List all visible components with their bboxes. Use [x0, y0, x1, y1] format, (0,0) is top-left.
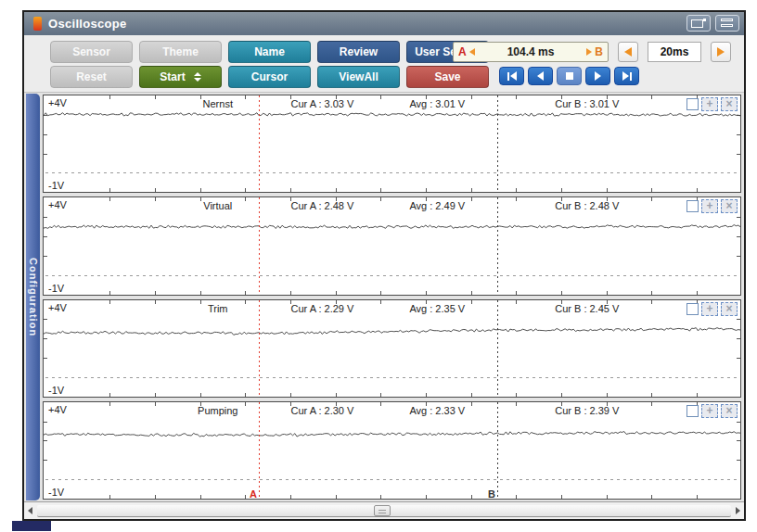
scope-area: Configuration +4V -1V Nernst Cur A : 3.0…	[24, 93, 744, 501]
cursor-a-line[interactable]	[259, 197, 260, 294]
channel-name: Trim	[208, 303, 228, 314]
channel-panel-virtual: +4V -1V Virtual Cur A : 2.48 V Avg : 2.4…	[43, 196, 741, 295]
scroll-right-icon[interactable]	[736, 507, 740, 514]
scrollbar-track[interactable]	[37, 505, 731, 517]
waveform-trace	[44, 300, 740, 397]
scale-max-label: +4V	[48, 199, 67, 210]
start-button[interactable]: Start	[139, 66, 222, 88]
zero-volt-gridline	[45, 377, 738, 378]
scale-max-label: +4V	[48, 404, 67, 415]
cursor-a-line[interactable]	[259, 95, 260, 192]
cursor-a-line[interactable]	[259, 300, 260, 397]
timebase-increase-button[interactable]	[711, 42, 731, 62]
screen: Oscilloscope Sensor Theme Name Review Us…	[0, 0, 757, 532]
step-back-button[interactable]	[528, 67, 553, 85]
cursor-b-value: Cur B : 3.01 V	[555, 98, 619, 109]
cursor-a-value: Cur A : 2.29 V	[290, 303, 353, 314]
zero-volt-gridline	[45, 275, 738, 276]
reset-button[interactable]: Reset	[50, 66, 133, 88]
channel-panels: +4V -1V Nernst Cur A : 3.03 V Avg : 3.01…	[41, 93, 744, 501]
timebase-decrease-button[interactable]	[618, 42, 638, 62]
viewall-button[interactable]: ViewAll	[317, 66, 400, 88]
channel-checkbox[interactable]	[686, 200, 699, 212]
cursor-b-value: Cur B : 2.48 V	[555, 200, 619, 211]
move-channel-button[interactable]: +	[701, 302, 718, 316]
close-channel-button[interactable]: ×	[721, 404, 738, 418]
title-bar[interactable]: Oscilloscope	[24, 12, 744, 35]
toolbar: Sensor Theme Name Review User Setting Re…	[24, 35, 744, 93]
channel-checkbox[interactable]	[686, 405, 699, 417]
cursor-delta-readout: A 104.4 ms B	[453, 42, 609, 62]
scale-max-label: +4V	[48, 97, 67, 108]
start-spinner-icon	[194, 72, 201, 82]
move-channel-button[interactable]: +	[701, 97, 718, 111]
horizontal-scrollbar[interactable]	[24, 501, 744, 519]
cursor-b-value: Cur B : 2.39 V	[555, 405, 619, 416]
background-window-fragment	[12, 521, 51, 531]
cursor-a-arrow-icon	[469, 48, 475, 56]
cursor-a-value: Cur A : 2.48 V	[290, 200, 353, 211]
cursor-button[interactable]: Cursor	[228, 66, 311, 88]
cursor-b-line[interactable]	[497, 300, 498, 397]
scrollbar-thumb[interactable]	[374, 505, 391, 516]
channel-panel-trim: +4V -1V Trim Cur A : 2.29 V Avg : 2.35 V…	[43, 299, 741, 398]
start-button-label: Start	[160, 70, 185, 83]
scale-min-label: -1V	[48, 283, 64, 294]
close-channel-button[interactable]: ×	[721, 199, 738, 213]
cursor-a-value: Cur A : 3.03 V	[290, 98, 353, 109]
cursor-a-value: Cur A : 2.30 V	[290, 405, 353, 416]
average-value: Avg : 2.49 V	[409, 200, 465, 211]
average-value: Avg : 2.33 V	[409, 405, 465, 416]
waveform-trace	[44, 95, 740, 192]
zero-volt-gridline	[45, 172, 738, 173]
review-button[interactable]: Review	[317, 41, 400, 63]
theme-button[interactable]: Theme	[139, 41, 222, 63]
oscilloscope-window: Oscilloscope Sensor Theme Name Review Us…	[22, 10, 746, 521]
waveform-trace	[44, 197, 740, 294]
scroll-left-icon[interactable]	[28, 507, 32, 514]
scale-min-label: -1V	[48, 180, 64, 191]
channel-checkbox[interactable]	[686, 303, 699, 315]
zero-volt-gridline	[45, 479, 738, 480]
cursor-a-line[interactable]	[259, 402, 260, 499]
detach-window-icon[interactable]	[686, 15, 711, 32]
scale-min-label: -1V	[48, 385, 64, 396]
cursor-b-value: Cur B : 2.45 V	[555, 303, 619, 314]
channel-name: Virtual	[203, 200, 232, 211]
close-channel-button[interactable]: ×	[721, 302, 738, 316]
cursor-b-line[interactable]	[497, 95, 498, 192]
cursor-b-line[interactable]	[497, 197, 498, 294]
cursor-delta-value: 104.4 ms	[507, 45, 555, 58]
close-channel-button[interactable]: ×	[721, 97, 738, 111]
average-value: Avg : 2.35 V	[409, 303, 465, 314]
minimize-window-icon[interactable]	[715, 15, 739, 32]
configuration-tab[interactable]: Configuration	[26, 94, 40, 500]
cursor-b-line[interactable]	[497, 402, 498, 499]
cursor-b-arrow-icon	[586, 48, 592, 56]
sensor-button[interactable]: Sensor	[50, 41, 133, 63]
move-channel-button[interactable]: +	[701, 404, 718, 418]
skip-to-end-button[interactable]	[614, 67, 639, 85]
skip-to-start-button[interactable]	[499, 67, 524, 85]
waveform-trace	[44, 402, 740, 499]
move-channel-button[interactable]: +	[701, 199, 718, 213]
scale-max-label: +4V	[48, 302, 67, 313]
average-value: Avg : 3.01 V	[409, 98, 465, 109]
timebase-value[interactable]: 20ms	[648, 42, 701, 62]
cursor-b-readout-label: B	[595, 45, 603, 58]
stop-button[interactable]	[557, 67, 582, 85]
channel-checkbox[interactable]	[686, 98, 699, 110]
name-button[interactable]: Name	[228, 41, 311, 63]
play-button[interactable]	[585, 67, 610, 85]
channel-name: Nernst	[203, 98, 233, 109]
channel-name: Pumping	[198, 405, 237, 416]
window-title: Oscilloscope	[48, 17, 127, 31]
cursor-b-bottom-label: B	[488, 488, 495, 500]
cursor-a-readout-label: A	[458, 45, 467, 58]
app-icon	[33, 17, 42, 31]
channel-panel-nernst: +4V -1V Nernst Cur A : 3.03 V Avg : 3.01…	[43, 95, 741, 193]
cursor-a-bottom-label: A	[250, 488, 257, 500]
channel-panel-pumping: +4V -1V Pumping Cur A : 2.30 V Avg : 2.3…	[43, 401, 741, 500]
scale-min-label: -1V	[48, 487, 64, 498]
